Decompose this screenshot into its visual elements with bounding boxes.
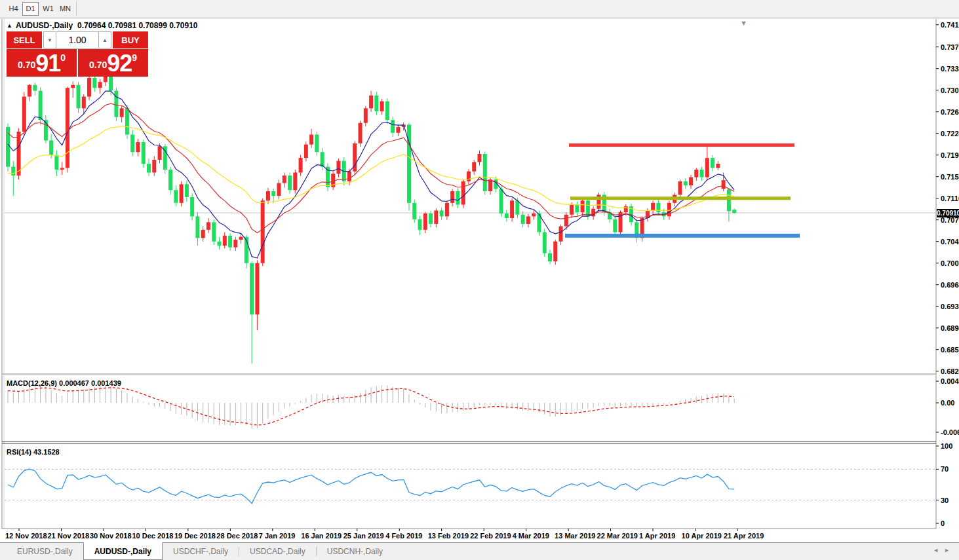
trendline-support [565,234,800,238]
volume-decrease-button[interactable]: ▼ [43,31,56,48]
bid-base: 0.70 [18,55,35,75]
ask-point: 9 [132,41,137,75]
bid-point: 0 [60,41,66,75]
close-value: 0.70910 [169,21,197,30]
ask-base: 0.70 [89,55,107,75]
symbol-tabbar: EURUSD-,Daily AUDUSD-,Daily USDCHF-,Dail… [0,542,959,560]
price-axis[interactable] [936,19,959,529]
volume-increase-button[interactable]: ▲ [98,31,111,48]
time-axis[interactable] [0,529,936,542]
tab-scroll-arrows[interactable]: ◄► [933,547,955,553]
timeframe-h4-button[interactable]: H4 [5,2,22,16]
tab-usdchf[interactable]: USDCHF-,Daily [163,543,239,560]
symbol-label: AUDUSD-,Daily [16,21,73,30]
terminal-window: H4 D1 W1 MN 0.741300.737500.733800.73010… [0,0,959,560]
trendline-resistance [569,143,794,147]
timeframe-toolbar: H4 D1 W1 MN [0,0,959,18]
timeframe-d1-button[interactable]: D1 [22,2,39,16]
buy-button[interactable]: BUY [113,31,148,48]
tab-eurusd[interactable]: EURUSD-,Daily [7,543,83,560]
bid-price-box[interactable]: 0.70910 [7,49,77,77]
one-click-trading-panel: SELL ▼ ▲ BUY 0.70910 0.70929 [7,31,148,77]
rsi-value: 43.1528 [33,448,60,456]
bid-pips: 91 [35,52,60,75]
open-value: 0.70964 [77,21,106,30]
toolbar-separator [76,2,77,16]
low-value: 0.70899 [138,21,166,30]
timeframe-mn-button[interactable]: MN [57,2,73,16]
chevron-down-icon: ▼ [47,37,52,43]
chart-ohlc-title: ▲AUDUSD-,Daily 0.70964 0.70981 0.70899 0… [7,21,198,30]
macd-values: 0.000467 0.001439 [59,379,121,387]
chart-canvas[interactable]: 0.741300.737500.733800.730100.726400.722… [0,19,959,542]
chevron-up-icon: ▲ [102,37,108,43]
rsi-label: RSI(14) 43.1528 [7,448,60,456]
sell-button[interactable]: SELL [7,31,42,48]
tab-usdcad[interactable]: USDCAD-,Daily [239,543,316,560]
ask-price-box[interactable]: 0.70929 [78,49,148,77]
macd-label: MACD(12,26,9) 0.000467 0.001439 [7,379,121,387]
one-click-toggle-icon[interactable]: ▲ [7,22,12,29]
chart-plot[interactable]: 0.741300.737500.733800.730100.726400.722… [0,19,959,542]
ask-pips: 92 [107,52,132,75]
tab-audusd[interactable]: AUDUSD-,Daily [83,542,163,560]
chart-shift-marker-icon[interactable]: ▼ [740,19,747,27]
tab-usdcnh[interactable]: USDCNH-,Daily [317,543,393,560]
high-value: 0.70981 [108,21,136,30]
timeframe-w1-button[interactable]: W1 [40,2,56,16]
trendline-pivot [570,196,791,200]
